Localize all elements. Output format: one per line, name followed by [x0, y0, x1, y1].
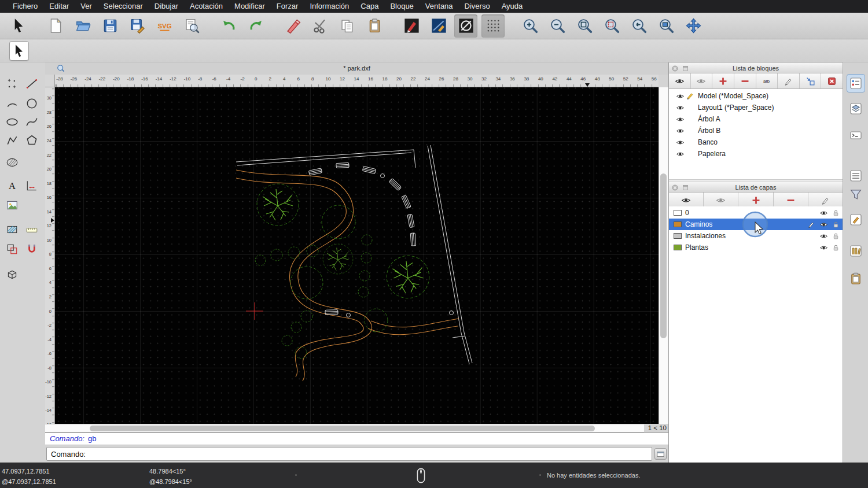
auto-zoom-button[interactable] — [573, 14, 596, 38]
circle-tool-button[interactable] — [23, 95, 41, 112]
rename-block-button[interactable]: alb — [756, 73, 778, 88]
command-input[interactable] — [89, 450, 652, 459]
layer-color-swatch[interactable] — [674, 221, 682, 227]
menu-fichero[interactable]: Fichero — [7, 0, 43, 13]
remove-layer-button[interactable] — [774, 193, 808, 208]
grid-toggle-button[interactable] — [481, 14, 505, 38]
menu-seleccionar[interactable]: Seleccionar — [98, 0, 149, 13]
snap-tool-button[interactable] — [23, 241, 41, 258]
new-document-button[interactable] — [44, 14, 67, 38]
layer-edit-pen-icon[interactable] — [807, 220, 815, 228]
layer-row-plantas[interactable]: Plantas — [669, 242, 843, 253]
zoom-window-button[interactable] — [654, 14, 678, 38]
undo-button[interactable] — [217, 14, 240, 38]
layer-visibility-eye-icon[interactable] — [819, 209, 828, 217]
zoom-out-button[interactable] — [546, 14, 569, 38]
measure-tool-button[interactable] — [23, 221, 41, 238]
command-widget-toggle-button[interactable] — [654, 448, 667, 460]
block-row[interactable]: Árbol B — [669, 125, 843, 136]
polygon-tool-button[interactable] — [23, 132, 41, 149]
block-row[interactable]: Model (*Model_Space) — [669, 90, 843, 102]
command-input-box[interactable]: Comando: — [46, 447, 652, 461]
layer-row-caminos[interactable]: Caminos — [669, 219, 843, 230]
layer-list-panel-toggle-button[interactable] — [847, 99, 865, 118]
insert-block-button[interactable] — [800, 73, 822, 88]
horizontal-scrollbar[interactable] — [45, 424, 644, 432]
menu-ver[interactable]: Ver — [75, 0, 98, 13]
block-list-panel-toggle-button[interactable] — [847, 74, 865, 93]
layer-color-swatch[interactable] — [674, 245, 682, 250]
block-visibility-eye-icon[interactable] — [676, 103, 686, 112]
block-row[interactable]: Banco — [669, 136, 843, 148]
layer-lock-icon[interactable] — [832, 209, 840, 217]
selection-pointer-button[interactable] — [7, 14, 30, 38]
text-tool-button[interactable]: A — [3, 177, 21, 194]
clipboard-panel-toggle-button[interactable] — [847, 269, 865, 288]
menu-editar[interactable]: Editar — [43, 0, 75, 13]
previous-view-button[interactable] — [627, 14, 650, 38]
points-tool-button[interactable] — [3, 75, 21, 93]
block-visibility-eye-icon[interactable] — [676, 138, 686, 147]
block-row[interactable]: Layout1 (*Paper_Space) — [669, 102, 843, 113]
block-panel-close-icon[interactable] — [671, 65, 679, 75]
zoom-selection-button[interactable] — [600, 14, 623, 38]
edit-layer-button[interactable] — [808, 193, 843, 208]
menu-acotacin[interactable]: Acotación — [184, 0, 229, 13]
hatch-tool-button[interactable] — [3, 154, 21, 171]
menu-forzar[interactable]: Forzar — [271, 0, 304, 13]
block-row[interactable]: Papelera — [669, 148, 843, 160]
hide-all-blocks-button[interactable] — [691, 73, 713, 88]
isometric-tool-button[interactable] — [3, 266, 21, 283]
command-line-panel-toggle-button[interactable] — [847, 126, 865, 145]
vertical-scrollbar[interactable] — [659, 87, 668, 424]
menu-ayuda[interactable]: Ayuda — [496, 0, 529, 13]
drawing-canvas[interactable] — [55, 87, 659, 424]
menu-dibujar[interactable]: Dibujar — [149, 0, 184, 13]
hide-all-layers-button[interactable] — [704, 193, 738, 208]
pen-settings-panel-toggle-button[interactable] — [847, 210, 865, 229]
menu-modificar[interactable]: Modificar — [229, 0, 271, 13]
entity-attributes-button[interactable] — [454, 14, 477, 38]
horizontal-scrollbar-thumb[interactable] — [90, 426, 595, 431]
print-preview-button[interactable] — [180, 14, 203, 38]
pan-zoom-button[interactable] — [682, 14, 705, 38]
edit-block-button[interactable] — [778, 73, 800, 88]
spline-tool-button[interactable] — [23, 113, 41, 131]
line-tool-button[interactable] — [23, 75, 41, 93]
layer-panel-detach-icon[interactable] — [682, 184, 689, 194]
menu-ventana[interactable]: Ventana — [420, 0, 459, 13]
save-as-button[interactable] — [126, 14, 149, 38]
vertical-scrollbar-thumb[interactable] — [660, 173, 667, 338]
layer-lock-icon[interactable] — [832, 232, 840, 240]
layer-lock-icon[interactable] — [832, 221, 840, 228]
property-list-panel-toggle-button[interactable] — [847, 167, 865, 185]
paste-button[interactable] — [363, 14, 386, 38]
layer-row-0[interactable]: 0 — [669, 207, 843, 219]
copy-button[interactable] — [336, 14, 359, 38]
open-file-button[interactable] — [71, 14, 94, 38]
arc-tool-button[interactable] — [3, 95, 21, 112]
layer-visibility-eye-icon[interactable] — [819, 232, 828, 241]
layer-color-swatch[interactable] — [674, 233, 682, 239]
save-file-button[interactable] — [98, 14, 122, 38]
block-visibility-eye-icon[interactable] — [676, 92, 686, 101]
zoom-in-button[interactable] — [518, 14, 542, 38]
block-visibility-eye-icon[interactable] — [676, 150, 686, 158]
redo-button[interactable] — [244, 14, 267, 38]
image-tool-button[interactable] — [3, 197, 21, 214]
block-visibility-eye-icon[interactable] — [676, 127, 686, 135]
block-row[interactable]: Árbol A — [669, 113, 843, 125]
layer-visibility-eye-icon[interactable] — [819, 220, 828, 229]
layer-panel-close-icon[interactable] — [671, 184, 679, 194]
delete-block-button[interactable] — [821, 73, 843, 88]
polyline-tool-button[interactable] — [3, 132, 21, 149]
library-browser-panel-toggle-button[interactable] — [847, 242, 865, 260]
active-selection-tool-button[interactable] — [9, 41, 29, 61]
remove-block-button[interactable] — [734, 73, 756, 88]
add-block-button[interactable] — [712, 73, 734, 88]
menu-diverso[interactable]: Diverso — [459, 0, 496, 13]
pen-attributes-button[interactable] — [400, 14, 423, 38]
cut-button[interactable] — [308, 14, 332, 38]
layer-lock-icon[interactable] — [832, 244, 840, 252]
menu-informacin[interactable]: Información — [304, 0, 355, 13]
